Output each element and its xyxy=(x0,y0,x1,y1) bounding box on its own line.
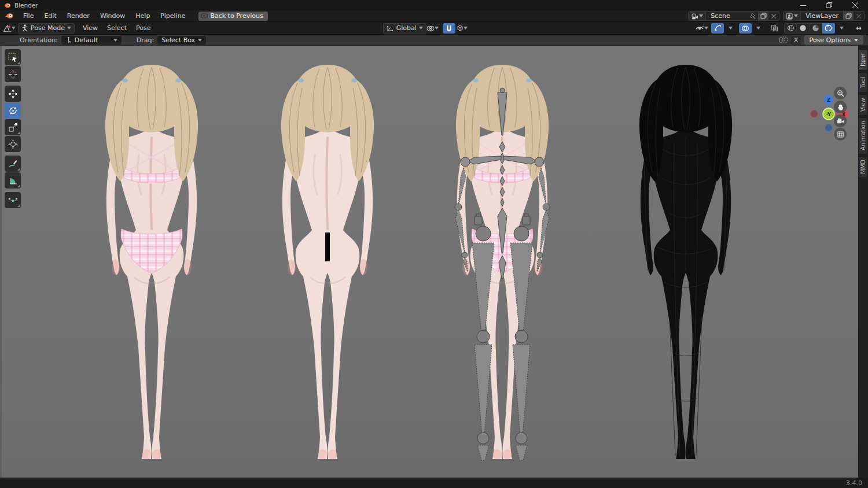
tab-tool[interactable]: Tool xyxy=(859,72,868,93)
menu-view[interactable]: View xyxy=(78,23,102,33)
menu-help[interactable]: Help xyxy=(130,11,155,21)
gizmo-axis-neg-x[interactable] xyxy=(811,110,818,118)
model-wireframe[interactable] xyxy=(622,62,749,461)
armature-overlay[interactable] xyxy=(439,62,566,461)
shading-rendered-button[interactable] xyxy=(822,23,835,34)
close-button[interactable] xyxy=(842,0,868,10)
top-menubar: File Edit Render Window Help Pipeline Ba… xyxy=(0,10,868,22)
object-visibility-dropdown[interactable] xyxy=(696,23,708,34)
tab-animation[interactable]: Animation xyxy=(859,117,868,154)
pose-options-dropdown[interactable]: Pose Options xyxy=(804,35,863,45)
orientation-dropdown[interactable]: Default xyxy=(61,36,122,45)
header-overflow-icon[interactable] xyxy=(852,23,865,34)
blender-logo-icon xyxy=(3,2,11,9)
menu-window[interactable]: Window xyxy=(95,11,130,21)
shading-material-button[interactable] xyxy=(810,23,822,34)
viewlayer-selector[interactable]: ViewLayer xyxy=(783,11,865,21)
model-with-armature[interactable] xyxy=(439,62,566,461)
model-textured-underwear[interactable] xyxy=(88,62,215,461)
tool-transform[interactable] xyxy=(5,136,21,152)
blender-menu-icon[interactable] xyxy=(5,13,13,19)
tool-rotate[interactable] xyxy=(5,102,21,119)
editor-type-button[interactable] xyxy=(3,23,16,34)
menu-pose[interactable]: Pose xyxy=(131,23,155,33)
new-scene-icon[interactable] xyxy=(758,12,768,20)
menu-file[interactable]: File xyxy=(18,11,39,21)
censor-bar xyxy=(264,62,391,461)
transform-orientation-dropdown[interactable]: Global xyxy=(383,23,426,34)
gizmo-dropdown[interactable] xyxy=(724,23,737,34)
pin-icon[interactable] xyxy=(748,12,758,20)
menu-pipeline[interactable]: Pipeline xyxy=(155,11,190,21)
os-titlebar: Blender xyxy=(0,0,868,10)
snap-with-dropdown[interactable] xyxy=(455,23,468,34)
mirror-x-toggle[interactable]: X xyxy=(791,36,801,45)
overlays-dropdown[interactable] xyxy=(752,23,764,34)
window-title: Blender xyxy=(14,2,38,9)
zoom-button[interactable] xyxy=(834,87,847,99)
pivot-point-dropdown[interactable] xyxy=(426,23,439,34)
show-overlays-button[interactable] xyxy=(739,23,752,34)
shading-wireframe-button[interactable] xyxy=(784,23,797,34)
3d-viewport[interactable]: Z X -Y Item Tool View xyxy=(0,46,868,478)
tab-mmd[interactable]: MMD xyxy=(859,156,868,178)
tool-tweak-select[interactable] xyxy=(5,49,21,65)
mirror-icon xyxy=(779,36,788,43)
menu-render[interactable]: Render xyxy=(62,11,95,21)
camera-view-button[interactable] xyxy=(834,114,847,127)
xray-toggle-button[interactable] xyxy=(768,23,781,34)
viewport-header: Pose Mode View Select Pose Global xyxy=(0,22,868,35)
back-screen-icon xyxy=(201,13,208,19)
tool-annotate[interactable] xyxy=(5,156,21,172)
gizmo-axis-y[interactable]: -Y xyxy=(823,108,834,120)
tab-view[interactable]: View xyxy=(859,94,868,116)
tool-pose-breakdowner[interactable] xyxy=(5,192,21,208)
orientation-default-icon xyxy=(65,36,72,43)
xray-icon xyxy=(771,24,778,32)
navigation-gizmo[interactable]: Z X -Y xyxy=(808,93,852,134)
svg-text:-Y: -Y xyxy=(826,112,832,117)
status-bar: 3.4.0 xyxy=(0,478,868,488)
drag-dropdown[interactable]: Select Box xyxy=(157,36,206,45)
unlink-scene-icon[interactable] xyxy=(768,12,779,20)
viewlayer-name[interactable]: ViewLayer xyxy=(801,12,843,20)
tool-cursor[interactable] xyxy=(5,66,21,82)
viewlayer-icon[interactable] xyxy=(784,12,801,20)
tool-measure[interactable] xyxy=(5,172,21,188)
snap-toggle-button[interactable] xyxy=(443,23,455,34)
svg-text:Z: Z xyxy=(827,97,831,103)
sidebar-tabstrip: Item Tool View Animation MMD xyxy=(858,46,868,478)
model-textured-nude[interactable] xyxy=(264,62,391,461)
scene-icon[interactable] xyxy=(689,12,706,20)
magnet-icon xyxy=(445,24,453,32)
shading-dropdown[interactable] xyxy=(835,23,848,34)
scene-name[interactable]: Scene xyxy=(706,12,748,20)
mode-selector[interactable]: Pose Mode xyxy=(18,23,75,34)
back-to-previous-button[interactable]: Back to Previous xyxy=(198,12,267,21)
pan-button[interactable] xyxy=(834,101,847,113)
orthographic-toggle-button[interactable] xyxy=(834,128,847,141)
orientation-label: Orientation: xyxy=(20,36,58,44)
minimize-button[interactable] xyxy=(790,0,816,10)
tool-move[interactable] xyxy=(5,86,21,102)
shading-mode-group xyxy=(784,23,835,34)
tool-scale[interactable] xyxy=(5,119,21,135)
remove-viewlayer-icon[interactable] xyxy=(854,12,864,20)
gizmo-icon xyxy=(714,24,722,32)
gizmo-axis-neg-z[interactable] xyxy=(825,124,833,132)
snap-cube-icon xyxy=(456,24,464,32)
shading-solid-button[interactable] xyxy=(797,23,810,34)
new-viewlayer-icon[interactable] xyxy=(843,12,854,20)
menu-edit[interactable]: Edit xyxy=(39,11,61,21)
gizmo-axis-z[interactable]: Z xyxy=(824,95,833,104)
menu-select[interactable]: Select xyxy=(102,23,131,33)
scene-selector[interactable]: Scene xyxy=(688,11,779,21)
version-label: 3.4.0 xyxy=(846,479,862,487)
maximize-button[interactable] xyxy=(816,0,842,10)
tool-settings-bar: Orientation: Default Drag: Select Box X … xyxy=(0,35,868,46)
tab-item[interactable]: Item xyxy=(859,49,868,71)
orientation-axes-icon xyxy=(387,25,394,32)
show-gizmo-button[interactable] xyxy=(711,23,724,34)
toolbar xyxy=(5,49,21,208)
blender-window: Blender File Edit Render Window Help Pip… xyxy=(0,0,868,488)
